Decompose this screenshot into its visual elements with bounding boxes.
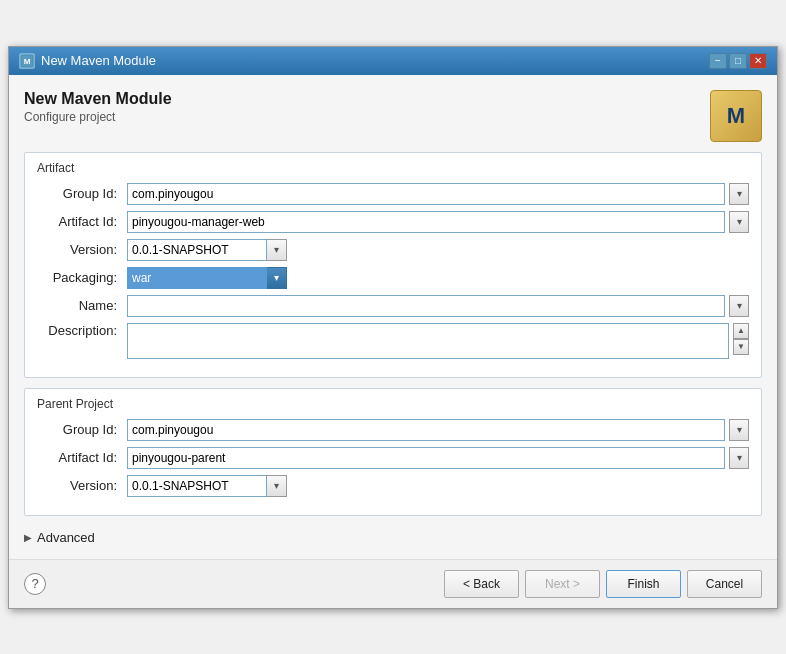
artifact-name-label: Name: [37,298,127,313]
artifact-id-input[interactable] [127,211,725,233]
artifact-name-input[interactable] [127,295,725,317]
header-section: New Maven Module Configure project M [24,90,762,142]
parent-artifact-id-dropdown-btn[interactable]: ▾ [729,447,749,469]
description-scrollbar: ▲ ▼ [733,323,749,355]
artifact-group-id-label: Group Id: [37,186,127,201]
finish-button[interactable]: Finish [606,570,681,598]
title-bar: M New Maven Module − □ ✕ [9,47,777,75]
advanced-toggle[interactable]: ▶ Advanced [24,530,762,545]
parent-group-id-combo [127,419,725,441]
help-button[interactable]: ? [24,573,46,595]
artifact-version-input[interactable] [127,239,267,261]
artifact-group-id-dropdown-btn[interactable]: ▾ [729,183,749,205]
artifact-packaging-label: Packaging: [37,270,127,285]
artifact-name-combo [127,295,725,317]
parent-artifact-id-row: Artifact Id: ▾ [37,447,749,469]
advanced-arrow-icon: ▶ [24,532,32,543]
parent-group-id-dropdown-btn[interactable]: ▾ [729,419,749,441]
artifact-name-dropdown-btn[interactable]: ▾ [729,295,749,317]
maximize-button[interactable]: □ [729,53,747,69]
artifact-packaging-row: Packaging: ▾ [37,267,749,289]
next-button[interactable]: Next > [525,570,600,598]
artifact-description-input[interactable] [127,323,729,359]
artifact-id-label: Artifact Id: [37,214,127,229]
parent-version-input[interactable] [127,475,267,497]
artifact-id-dropdown-btn[interactable]: ▾ [729,211,749,233]
minimize-button[interactable]: − [709,53,727,69]
parent-group-id-field: ▾ [127,419,749,441]
parent-version-select: ▾ [127,475,287,497]
footer-buttons: < Back Next > Finish Cancel [444,570,762,598]
artifact-version-label: Version: [37,242,127,257]
advanced-section: ▶ Advanced [24,526,762,549]
parent-group-id-input[interactable] [127,419,725,441]
parent-artifact-id-combo [127,447,725,469]
parent-version-label: Version: [37,478,127,493]
artifact-group-id-input[interactable] [127,183,725,205]
back-button[interactable]: < Back [444,570,519,598]
scroll-up-btn[interactable]: ▲ [733,323,749,339]
parent-version-dropdown-btn[interactable]: ▾ [267,475,287,497]
window-title: New Maven Module [41,53,156,68]
artifact-version-field: ▾ [127,239,749,261]
cancel-button[interactable]: Cancel [687,570,762,598]
parent-group-id-label: Group Id: [37,422,127,437]
artifact-name-row: Name: ▾ [37,295,749,317]
artifact-group-id-row: Group Id: ▾ [37,183,749,205]
title-controls: − □ ✕ [709,53,767,69]
window-icon: M [19,53,35,69]
artifact-section-title: Artifact [37,161,749,175]
footer-left: ? [24,573,46,595]
page-title: New Maven Module [24,90,172,108]
artifact-packaging-input[interactable] [127,267,267,289]
parent-artifact-id-label: Artifact Id: [37,450,127,465]
artifact-id-field: ▾ [127,211,749,233]
artifact-section: Artifact Group Id: ▾ Artifact Id: [24,152,762,378]
parent-section: Parent Project Group Id: ▾ Artifact Id: [24,388,762,516]
artifact-packaging-field: ▾ [127,267,749,289]
artifact-packaging-select: ▾ [127,267,287,289]
parent-artifact-id-field: ▾ [127,447,749,469]
scroll-down-btn[interactable]: ▼ [733,339,749,355]
page-subtitle: Configure project [24,110,172,124]
header-text: New Maven Module Configure project [24,90,172,124]
artifact-group-id-field: ▾ [127,183,749,205]
svg-text:M: M [24,57,31,66]
dialog-content: New Maven Module Configure project M Art… [9,75,777,559]
artifact-group-id-combo [127,183,725,205]
artifact-packaging-dropdown-btn[interactable]: ▾ [267,267,287,289]
parent-section-title: Parent Project [37,397,749,411]
artifact-description-field: ▲ ▼ [127,323,749,359]
artifact-name-field: ▾ [127,295,749,317]
artifact-version-dropdown-btn[interactable]: ▾ [267,239,287,261]
artifact-description-label: Description: [37,323,127,338]
artifact-description-row: Description: ▲ ▼ [37,323,749,359]
dialog-footer: ? < Back Next > Finish Cancel [9,559,777,608]
advanced-label: Advanced [37,530,95,545]
artifact-id-combo [127,211,725,233]
parent-artifact-id-input[interactable] [127,447,725,469]
parent-version-field: ▾ [127,475,749,497]
dialog-window: M New Maven Module − □ ✕ New Maven Modul… [8,46,778,609]
artifact-id-row: Artifact Id: ▾ [37,211,749,233]
artifact-version-row: Version: ▾ [37,239,749,261]
maven-logo: M [710,90,762,142]
parent-group-id-row: Group Id: ▾ [37,419,749,441]
close-button[interactable]: ✕ [749,53,767,69]
parent-version-row: Version: ▾ [37,475,749,497]
artifact-version-select: ▾ [127,239,287,261]
title-bar-left: M New Maven Module [19,53,156,69]
